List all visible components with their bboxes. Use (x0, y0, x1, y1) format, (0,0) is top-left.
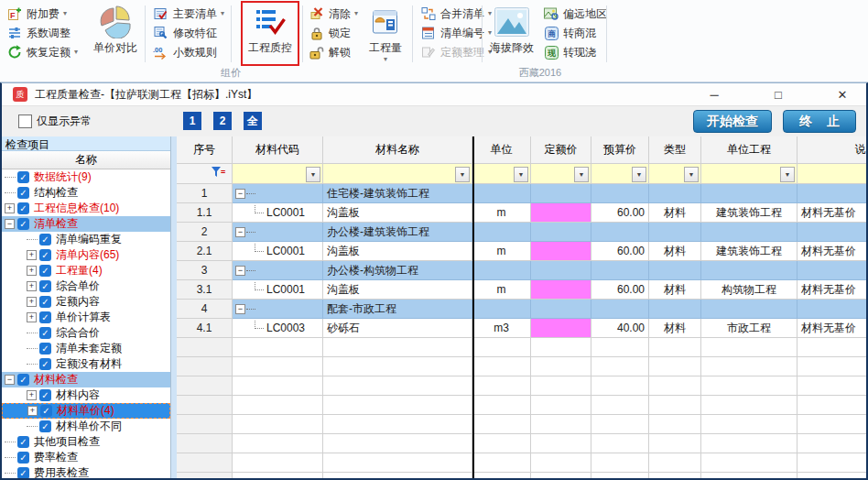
tree-item[interactable]: +✓材料内容 (2, 387, 170, 403)
stop-button[interactable]: 终 止 (783, 110, 856, 133)
cell-empty[interactable] (591, 261, 649, 280)
filter-cell[interactable]: ▼ (701, 164, 797, 184)
cell-empty[interactable] (323, 415, 472, 434)
column-header[interactable]: 类型 (649, 136, 701, 164)
tree-item[interactable]: ✓结构检查 (2, 185, 170, 201)
cell-empty[interactable] (649, 434, 701, 453)
close-button[interactable]: ✕ (828, 88, 857, 102)
cell-unit[interactable]: m (472, 203, 531, 223)
filter-cell[interactable]: ▼ (233, 164, 323, 184)
cell-empty[interactable] (591, 357, 649, 376)
cell-empty[interactable] (531, 453, 591, 473)
cell-empty[interactable] (323, 453, 472, 473)
cell-material-name[interactable]: 砂砾石 (323, 319, 472, 338)
column-header[interactable]: 材料名称 (323, 136, 472, 164)
cell-no[interactable]: 3.1 (177, 280, 233, 300)
cell-empty[interactable] (649, 357, 701, 376)
collapse-icon[interactable]: − (5, 219, 15, 229)
filter-dropdown-icon[interactable]: ▼ (455, 167, 470, 182)
cell-unit[interactable]: m (472, 280, 531, 300)
filter-dropdown-icon[interactable]: ▼ (574, 167, 589, 182)
cell-unit-project[interactable]: 构筑物工程 (701, 280, 797, 300)
cell-empty[interactable] (591, 415, 649, 434)
cell-empty[interactable] (233, 434, 323, 453)
cell-empty[interactable] (233, 376, 323, 396)
cell-empty[interactable] (531, 415, 591, 434)
cell-empty[interactable] (649, 300, 701, 319)
cell-empty[interactable] (177, 357, 233, 376)
tree-item[interactable]: ✓综合合价 (2, 325, 170, 341)
cell-empty[interactable] (591, 473, 649, 478)
cell-empty[interactable] (591, 338, 649, 357)
cell-code[interactable]: − (233, 261, 323, 280)
table-empty-row[interactable] (177, 473, 866, 478)
checked-checkbox-icon[interactable]: ✓ (39, 234, 51, 245)
minimize-button[interactable]: ─ (700, 88, 729, 102)
cell-group-title[interactable]: 办公楼-建筑装饰工程 (323, 223, 472, 242)
cell-empty[interactable] (701, 376, 797, 396)
checked-checkbox-icon[interactable]: ✓ (39, 249, 51, 261)
cell-note[interactable]: 材料无基价 (797, 319, 866, 338)
cell-empty[interactable] (323, 338, 472, 357)
filter-dropdown-icon[interactable]: ▼ (632, 167, 646, 182)
cell-code[interactable]: − (233, 184, 323, 203)
cell-empty[interactable] (177, 396, 233, 415)
cell-code[interactable]: LC0003 (233, 319, 323, 338)
cell-empty[interactable] (531, 473, 591, 478)
cell-empty[interactable] (649, 473, 701, 478)
quantity-button[interactable]: 工程量▾ (361, 5, 410, 63)
cell-category[interactable]: 材料 (649, 280, 701, 300)
cell-empty[interactable] (531, 357, 591, 376)
column-header[interactable]: 单位 (472, 136, 531, 164)
filter-cell[interactable]: ▼ (649, 164, 701, 184)
cell-empty[interactable] (591, 434, 649, 453)
cell-empty[interactable] (701, 434, 797, 453)
cell-no[interactable]: 1.1 (177, 203, 233, 223)
cell-group-title[interactable]: 配套-市政工程 (323, 300, 472, 319)
cell-empty[interactable] (472, 223, 531, 242)
filter-dropdown-icon[interactable]: ▼ (306, 167, 320, 182)
filter-dropdown-icon[interactable]: ▼ (684, 167, 699, 182)
cell-empty[interactable] (649, 223, 701, 242)
checked-checkbox-icon[interactable]: ✓ (39, 327, 51, 339)
main-list-button[interactable]: 主要清单▾ (150, 5, 227, 23)
cell-empty[interactable] (472, 376, 531, 396)
cell-quota-price[interactable] (531, 242, 591, 261)
cell-no[interactable]: 4 (177, 300, 233, 319)
cell-empty[interactable] (177, 473, 233, 478)
filter-dropdown-icon[interactable]: ▼ (780, 167, 795, 182)
cell-empty[interactable] (233, 415, 323, 434)
cell-note[interactable]: 材料无基价 (797, 242, 866, 261)
to-cast-in-place-button[interactable]: 现转现浇 (540, 43, 610, 61)
checked-checkbox-icon[interactable]: ✓ (39, 420, 51, 432)
table-group-row[interactable]: 2−办公楼-建筑装饰工程 (177, 223, 866, 242)
list-number-button[interactable]: 清单编号▾ (418, 24, 494, 42)
checked-checkbox-icon[interactable]: ✓ (17, 171, 29, 183)
table-empty-row[interactable] (177, 415, 866, 434)
filter-cell[interactable] (797, 164, 866, 184)
checked-checkbox-icon[interactable]: ✓ (17, 467, 29, 478)
filter-dropdown-icon[interactable]: ▼ (514, 167, 528, 182)
cell-unit[interactable]: m3 (472, 319, 531, 338)
tree-item[interactable]: ✓定额没有材料 (2, 356, 170, 372)
checked-checkbox-icon[interactable]: ✓ (17, 202, 29, 214)
cell-empty[interactable] (472, 396, 531, 415)
cell-empty[interactable] (531, 223, 591, 242)
tree-item[interactable]: +✓工程信息检查(10) (2, 201, 170, 216)
cell-empty[interactable] (177, 338, 233, 357)
merge-list-button[interactable]: 合并清单▾ (418, 5, 494, 23)
tree-item[interactable]: ✓数据统计(9) (2, 169, 170, 185)
cell-empty[interactable] (531, 300, 591, 319)
collapse-icon[interactable]: − (235, 189, 245, 199)
checked-checkbox-icon[interactable]: ✓ (39, 265, 51, 277)
cell-empty[interactable] (701, 223, 797, 242)
checked-checkbox-icon[interactable]: ✓ (39, 296, 51, 308)
cell-empty[interactable] (797, 376, 866, 396)
table-group-row[interactable]: 3−办公楼-构筑物工程 (177, 261, 866, 280)
cell-empty[interactable] (177, 434, 233, 453)
cell-empty[interactable] (531, 261, 591, 280)
start-check-button[interactable]: 开始检查 (693, 110, 772, 133)
expand-icon[interactable]: + (27, 312, 37, 322)
cell-no[interactable]: 1 (177, 184, 233, 203)
table-row[interactable]: 4.1LC0003砂砾石m340.00材料市政工程材料无基价 (177, 319, 866, 338)
